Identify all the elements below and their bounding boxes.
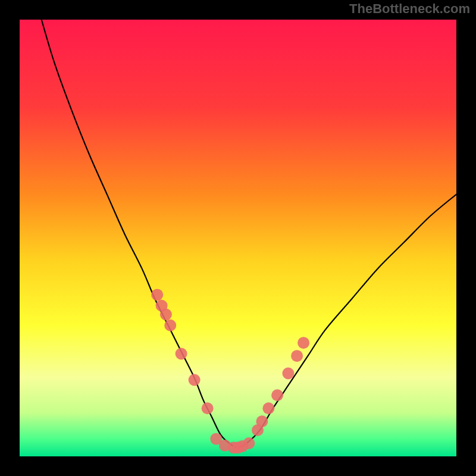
data-point bbox=[282, 368, 294, 380]
chart-background bbox=[20, 20, 456, 456]
watermark-text: TheBottleneck.com bbox=[349, 1, 470, 17]
data-point bbox=[256, 415, 268, 427]
data-point bbox=[164, 320, 176, 331]
data-point bbox=[189, 374, 201, 386]
data-point bbox=[262, 402, 274, 414]
chart-svg bbox=[20, 20, 456, 456]
chart-frame: TheBottleneck.com bbox=[0, 0, 476, 476]
data-point bbox=[298, 337, 309, 349]
plot-area bbox=[20, 20, 456, 456]
data-point bbox=[202, 402, 214, 414]
data-point bbox=[176, 348, 187, 360]
data-point bbox=[151, 289, 163, 300]
data-point bbox=[160, 308, 172, 320]
data-point bbox=[243, 437, 255, 449]
data-point bbox=[291, 350, 303, 362]
data-point bbox=[271, 389, 283, 401]
